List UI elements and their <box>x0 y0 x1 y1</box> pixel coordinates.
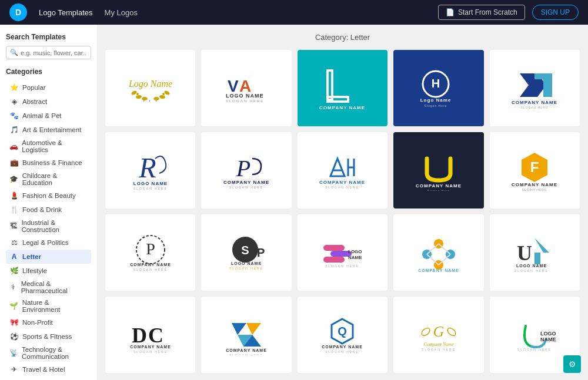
logo-card-13[interactable]: LOGO NAME SLOGAN HERE <box>298 214 387 291</box>
svg-point-2 <box>135 95 142 99</box>
signup-button[interactable]: SIGN UP <box>532 5 579 20</box>
sidebar-item-sports---fitness[interactable]: ⚽Sports & Fitness <box>6 329 91 344</box>
sidebar-item-food---drink[interactable]: 🍴Food & Drink <box>6 203 91 217</box>
svg-text:H: H <box>432 77 440 90</box>
sidebar-item-letter[interactable]: ALetter <box>6 250 91 264</box>
sidebar-item-legal---politics[interactable]: ⚖Legal & Politics <box>6 236 91 250</box>
svg-text:LOGO: LOGO <box>348 249 362 254</box>
svg-text:✦ ✦ ✦: ✦ ✦ ✦ <box>142 99 159 103</box>
sidebar-item-popular[interactable]: ⭐Popular <box>6 80 91 95</box>
logo-inner: U LOGO NAME SLOGAN HERE <box>490 214 580 291</box>
logo-inner: Q COMPANY NAME SLOGAN HERE <box>298 297 387 373</box>
nav-logo-templates[interactable]: Logo Templates <box>39 8 93 17</box>
topnav: D Logo Templates My Logos 📄 Start From S… <box>0 0 588 25</box>
logo-card-7[interactable]: P COMPANY NAME SLOGAN HERE <box>201 132 291 209</box>
topnav-right: 📄 Start From Scratch SIGN UP <box>438 5 579 20</box>
app-logo: D <box>9 4 27 21</box>
sidebar: Search Templates 🔍 Categories ⭐Popular◈A… <box>0 25 97 380</box>
sidebar-item-childcare---education[interactable]: 🎓Childcare & Education <box>6 170 91 189</box>
sidebar-item-medical---pharmaceutical[interactable]: ⚕Medical & Pharmaceutical <box>6 278 91 297</box>
logo-inner: COMPANY NAME <box>393 214 483 291</box>
sidebar-item-technology---communication[interactable]: 📡Technology & Communication <box>6 344 91 362</box>
search-input[interactable] <box>21 49 87 56</box>
logo-card-1[interactable]: Logo Name ✦ ✦ ✦ <box>105 50 195 126</box>
sidebar-item-animal---pet[interactable]: 🐾Animal & Pet <box>6 109 91 123</box>
cat-icon: 📡 <box>9 348 18 358</box>
logo-card-4[interactable]: H Logo Name Slogan Here <box>393 50 483 126</box>
cat-icon: 🌱 <box>9 301 19 311</box>
svg-text:SLOGAN HERE: SLOGAN HERE <box>422 348 456 351</box>
sidebar-item-art---entertainment[interactable]: 🎵Art & Entertainment <box>6 123 91 137</box>
cat-icon: ⚖ <box>9 238 19 247</box>
logo-card-17[interactable]: COMPANY NAME SLOGAN HERE <box>201 297 291 373</box>
logo-card-5[interactable]: COMPANY NAME SLOGAN HERE <box>490 50 580 126</box>
cat-icon: ◈ <box>9 97 19 106</box>
svg-text:LOGO NAME: LOGO NAME <box>226 93 264 99</box>
svg-text:SLOGAN HERE: SLOGAN HERE <box>226 99 264 103</box>
logo-card-15[interactable]: U LOGO NAME SLOGAN HERE <box>490 214 580 291</box>
search-label: Search Templates <box>6 33 91 41</box>
logo-inner: P COMPANY NAME SLOGAN HERE <box>201 132 291 209</box>
logo-card-2[interactable]: V A LOGO NAME SLOGAN HERE <box>201 50 291 126</box>
logo-card-6[interactable]: R LOGO NAME SLOGAN HERE <box>105 132 195 209</box>
cat-icon: ⚕ <box>9 283 18 292</box>
svg-text:SLOGAN HERE: SLOGAN HERE <box>133 187 168 190</box>
svg-text:D: D <box>132 324 147 347</box>
cat-icon: ⚽ <box>9 332 19 341</box>
cat-icon: 🐾 <box>9 111 19 120</box>
sidebar-item-nature---environment[interactable]: 🌱Nature & Environment <box>6 297 91 315</box>
sidebar-item-non-profit[interactable]: 🎀Non-Profit <box>6 315 91 329</box>
svg-point-8 <box>162 93 165 95</box>
cat-icon: 💄 <box>9 191 19 200</box>
svg-text:LOGO NAME: LOGO NAME <box>231 261 262 265</box>
svg-text:COMPANY NAME: COMPANY NAME <box>512 100 557 105</box>
nav-my-logos[interactable]: My Logos <box>105 8 138 17</box>
logo-card-16[interactable]: D C COMPANY NAME SLOGAN HERE <box>105 297 195 373</box>
logo-card-9[interactable]: COMPANY NAME Slogan Here <box>393 132 483 209</box>
svg-text:P: P <box>146 240 155 258</box>
logo-card-18[interactable]: Q COMPANY NAME SLOGAN HERE <box>298 297 387 373</box>
svg-text:LOGO NAME: LOGO NAME <box>133 181 168 186</box>
sidebar-item-lifestyle[interactable]: 🌿Lifestyle <box>6 264 91 278</box>
svg-text:COMPANY NAME: COMPANY NAME <box>320 105 366 110</box>
svg-text:COMPANY NAME: COMPANY NAME <box>130 345 171 349</box>
logo-card-14[interactable]: COMPANY NAME <box>393 214 483 291</box>
sidebar-item-abstract[interactable]: ◈Abstract <box>6 95 91 109</box>
logo-card-10[interactable]: F COMPANY NAME SLORN HERE <box>490 132 580 209</box>
sidebar-item-fashion---beauty[interactable]: 💄Fashion & Beauty <box>6 189 91 203</box>
svg-point-88 <box>446 327 457 337</box>
start-from-scratch-button[interactable]: 📄 Start From Scratch <box>438 5 525 20</box>
svg-text:Q: Q <box>338 325 348 338</box>
cat-icon: 🎓 <box>9 174 19 184</box>
svg-line-66 <box>427 254 439 265</box>
logo-inner: Logo Name ✦ ✦ ✦ <box>105 50 195 126</box>
svg-text:SLOGAN HERE: SLOGAN HERE <box>517 348 552 351</box>
logo-inner: COMPANY NAME SLOGAN HERE <box>490 50 580 126</box>
sidebar-item-automotive---logistics[interactable]: 🚗Automotive & Logistics <box>6 137 91 156</box>
svg-text:F: F <box>530 159 539 175</box>
sidebar-item-industrial---construction[interactable]: 🏗Industrial & Construction <box>6 217 91 236</box>
svg-text:Company Name: Company Name <box>423 342 454 347</box>
svg-line-64 <box>427 244 439 254</box>
svg-text:SLOGAN HERE: SLOGAN HERE <box>521 106 549 109</box>
logo-card-3[interactable]: COMPANY NAME SLOGAN HERE <box>298 50 387 126</box>
sidebar-item-travel---hotel[interactable]: ✈Travel & Hotel <box>6 362 91 376</box>
svg-text:LOGO: LOGO <box>540 331 556 337</box>
logos-grid: Logo Name ✦ ✦ ✦ V A LOGO NAME SLOGAN HER… <box>105 50 580 373</box>
sidebar-item-business---finance[interactable]: 💼Business & Finance <box>6 156 91 170</box>
logo-card-8[interactable]: COMPANY NAME SLOGAN HERE <box>298 132 387 209</box>
svg-text:SLOGAN HERE: SLOGAN HERE <box>325 350 359 354</box>
logo-card-11[interactable]: P COMPANY NAME SLOGAN HERE <box>105 214 195 291</box>
svg-text:NAME: NAME <box>348 255 362 260</box>
svg-text:COMPANY NAME: COMPANY NAME <box>223 180 269 185</box>
svg-rect-14 <box>328 70 332 100</box>
settings-button[interactable]: ⚙ <box>563 355 581 373</box>
search-box[interactable]: 🔍 <box>6 46 91 59</box>
cat-icon: 🎵 <box>9 125 19 134</box>
svg-point-7 <box>136 93 139 95</box>
svg-text:Logo Name: Logo Name <box>128 79 172 89</box>
svg-text:SLOGAN HERE: SLOGAN HERE <box>133 350 168 354</box>
logo-card-19[interactable]: G Company Name SLOGAN HERE <box>393 297 483 373</box>
logo-card-12[interactable]: S P LOGO NAME SLOGAN HERE <box>201 214 291 291</box>
svg-text:C: C <box>148 324 163 347</box>
